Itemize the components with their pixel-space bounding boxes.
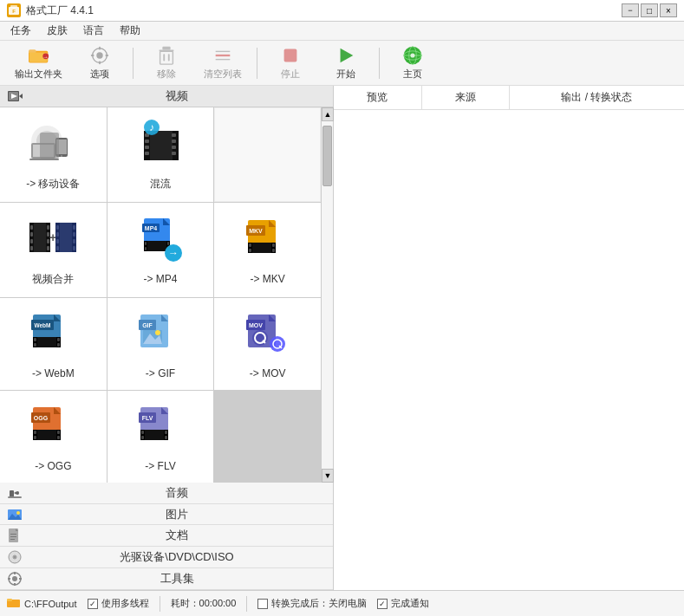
mov-label: -> MOV <box>250 367 286 379</box>
close-button[interactable]: × <box>660 3 677 17</box>
toolbar-separator-2 <box>257 48 257 79</box>
svg-rect-59 <box>30 232 33 237</box>
remove-icon <box>156 45 177 66</box>
ogg-label: -> OGG <box>35 460 71 472</box>
video-label: 视频 <box>28 88 326 104</box>
scroll-thumb[interactable] <box>322 126 332 186</box>
svg-rect-152 <box>10 490 14 497</box>
app-title: 格式工厂 4.4.1 <box>26 3 94 18</box>
svg-text:→: → <box>42 54 49 60</box>
scroll-down-button[interactable]: ▼ <box>322 469 334 483</box>
svg-rect-167 <box>14 572 16 574</box>
menu-help[interactable]: 帮助 <box>113 22 147 40</box>
svg-rect-17 <box>163 54 165 61</box>
document-icon <box>7 528 23 543</box>
svg-rect-170 <box>19 578 22 580</box>
menu-skin[interactable]: 皮肤 <box>40 22 75 40</box>
svg-rect-148 <box>141 431 144 434</box>
svg-rect-22 <box>284 49 297 62</box>
menu-language[interactable]: 语言 <box>76 22 111 40</box>
svg-text:F: F <box>12 9 16 14</box>
svg-text:+: + <box>49 230 56 244</box>
webm-item[interactable]: WebM -> WebM <box>0 298 107 390</box>
stop-button[interactable]: 停止 <box>264 44 316 82</box>
gif-item[interactable]: GIF -> GIF <box>107 298 214 390</box>
clear-list-label: 清空列表 <box>204 68 242 81</box>
complete-notify-checkbox[interactable] <box>377 599 388 609</box>
complete-notify-label: 完成通知 <box>391 597 429 610</box>
merge-item[interactable]: + <box>0 203 107 297</box>
svg-rect-159 <box>10 534 16 535</box>
options-button[interactable]: 选项 <box>74 44 126 82</box>
clear-list-icon <box>212 45 233 66</box>
menu-task[interactable]: 任务 <box>3 22 38 40</box>
menu-bar: 任务 皮肤 语言 帮助 <box>0 22 684 41</box>
status-separator-2 <box>246 596 247 612</box>
options-label: 选项 <box>90 68 109 81</box>
remove-button[interactable]: 移除 <box>140 44 192 82</box>
flv-item[interactable]: FLV -> FLV <box>107 391 214 483</box>
svg-rect-109 <box>34 338 36 341</box>
minimize-button[interactable]: － <box>622 3 639 17</box>
svg-rect-149 <box>141 436 144 439</box>
svg-rect-37 <box>29 159 59 160</box>
svg-rect-100 <box>272 243 275 247</box>
output-path-text[interactable]: C:\FFOutput <box>24 599 77 609</box>
svg-rect-168 <box>14 583 16 586</box>
after-convert-checkbox[interactable] <box>257 599 268 609</box>
svg-rect-99 <box>249 249 251 252</box>
merge-icon: + <box>27 213 79 265</box>
toolbar-separator-3 <box>379 48 380 79</box>
svg-rect-11 <box>99 61 101 64</box>
svg-text:→: → <box>168 247 179 259</box>
mkv-item[interactable]: MKV -> MKV <box>214 203 321 297</box>
ogg-icon: OGG <box>27 401 79 453</box>
preview-column-header: 预览 <box>334 86 422 109</box>
svg-rect-98 <box>249 243 251 247</box>
home-button[interactable]: 主页 <box>387 44 439 82</box>
svg-rect-58 <box>30 225 33 230</box>
svg-rect-18 <box>168 54 170 61</box>
svg-rect-139 <box>57 431 60 434</box>
mix-label: 混流 <box>150 177 171 191</box>
clear-list-button[interactable]: 清空列表 <box>196 44 250 82</box>
output-path-item: C:\FFOutput <box>7 597 77 610</box>
svg-rect-86 <box>145 247 147 250</box>
scroll-up-button[interactable]: ▲ <box>322 107 334 121</box>
start-label: 开始 <box>336 68 355 81</box>
svg-rect-47 <box>145 146 149 149</box>
folder-icon: → <box>29 45 49 66</box>
mp4-item[interactable]: MP4 → <box>107 203 214 297</box>
disc-category[interactable]: 光驱设备\DVD\CD\ISO <box>0 547 333 568</box>
mobile-devices-item[interactable]: -> 移动设备 <box>0 107 107 202</box>
document-category[interactable]: 文档 <box>0 525 333 547</box>
svg-rect-160 <box>10 536 16 537</box>
svg-marker-23 <box>341 49 354 63</box>
svg-point-40 <box>61 155 62 157</box>
mov-item[interactable]: MOV -> MOV <box>214 298 321 390</box>
stop-icon <box>280 45 301 66</box>
svg-rect-87 <box>167 242 169 245</box>
audio-category[interactable]: 音频 <box>0 483 333 504</box>
app-icon: F <box>7 3 21 17</box>
home-icon <box>402 45 423 66</box>
svg-point-9 <box>96 52 102 58</box>
svg-rect-138 <box>34 436 36 439</box>
svg-rect-161 <box>10 539 15 540</box>
svg-rect-10 <box>99 47 101 50</box>
start-button[interactable]: 开始 <box>320 44 372 82</box>
multithread-checkbox[interactable] <box>88 599 98 609</box>
remove-label: 移除 <box>157 68 176 81</box>
maximize-button[interactable]: □ <box>641 3 658 17</box>
image-category[interactable]: 图片 <box>0 504 333 526</box>
mix-item[interactable]: ♪ 混流 <box>107 107 214 202</box>
svg-text:MKV: MKV <box>249 228 263 234</box>
svg-text:WebM: WebM <box>35 322 51 328</box>
tools-category[interactable]: 工具集 <box>0 568 333 590</box>
svg-rect-150 <box>165 431 167 434</box>
svg-rect-85 <box>145 242 147 245</box>
svg-rect-137 <box>34 431 36 434</box>
ogg-item[interactable]: OGG -> OGG <box>0 391 107 483</box>
video-category-header[interactable]: 视频 <box>0 86 333 107</box>
output-folder-button[interactable]: → 输出文件夹 <box>7 44 70 82</box>
